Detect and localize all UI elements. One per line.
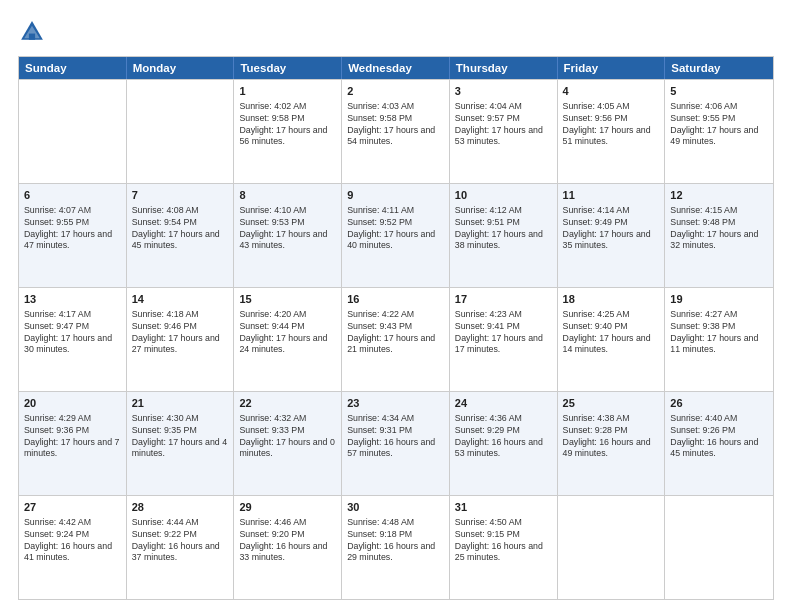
logo-icon xyxy=(18,18,46,46)
day-info: Sunrise: 4:23 AM Sunset: 9:41 PM Dayligh… xyxy=(455,309,543,355)
day-info: Sunrise: 4:27 AM Sunset: 9:38 PM Dayligh… xyxy=(670,309,758,355)
day-number: 27 xyxy=(24,500,121,515)
calendar-row: 27Sunrise: 4:42 AM Sunset: 9:24 PM Dayli… xyxy=(19,495,773,599)
calendar-day-cell: 17Sunrise: 4:23 AM Sunset: 9:41 PM Dayli… xyxy=(450,288,558,391)
calendar-day-cell: 30Sunrise: 4:48 AM Sunset: 9:18 PM Dayli… xyxy=(342,496,450,599)
calendar-day-cell: 16Sunrise: 4:22 AM Sunset: 9:43 PM Dayli… xyxy=(342,288,450,391)
calendar-day-cell: 14Sunrise: 4:18 AM Sunset: 9:46 PM Dayli… xyxy=(127,288,235,391)
day-number: 28 xyxy=(132,500,229,515)
day-info: Sunrise: 4:22 AM Sunset: 9:43 PM Dayligh… xyxy=(347,309,435,355)
calendar-day-cell: 15Sunrise: 4:20 AM Sunset: 9:44 PM Dayli… xyxy=(234,288,342,391)
day-info: Sunrise: 4:46 AM Sunset: 9:20 PM Dayligh… xyxy=(239,517,327,563)
calendar-day-cell: 3Sunrise: 4:04 AM Sunset: 9:57 PM Daylig… xyxy=(450,80,558,183)
calendar-row: 13Sunrise: 4:17 AM Sunset: 9:47 PM Dayli… xyxy=(19,287,773,391)
calendar-header: SundayMondayTuesdayWednesdayThursdayFrid… xyxy=(19,57,773,79)
day-number: 13 xyxy=(24,292,121,307)
day-info: Sunrise: 4:36 AM Sunset: 9:29 PM Dayligh… xyxy=(455,413,543,459)
day-number: 30 xyxy=(347,500,444,515)
weekday-header: Sunday xyxy=(19,57,127,79)
calendar-page: SundayMondayTuesdayWednesdayThursdayFrid… xyxy=(0,0,792,612)
calendar-day-cell: 28Sunrise: 4:44 AM Sunset: 9:22 PM Dayli… xyxy=(127,496,235,599)
calendar-day-cell: 4Sunrise: 4:05 AM Sunset: 9:56 PM Daylig… xyxy=(558,80,666,183)
weekday-header: Friday xyxy=(558,57,666,79)
day-number: 15 xyxy=(239,292,336,307)
calendar-day-cell: 13Sunrise: 4:17 AM Sunset: 9:47 PM Dayli… xyxy=(19,288,127,391)
day-info: Sunrise: 4:17 AM Sunset: 9:47 PM Dayligh… xyxy=(24,309,112,355)
day-info: Sunrise: 4:44 AM Sunset: 9:22 PM Dayligh… xyxy=(132,517,220,563)
weekday-header: Tuesday xyxy=(234,57,342,79)
day-number: 26 xyxy=(670,396,768,411)
day-number: 18 xyxy=(563,292,660,307)
day-info: Sunrise: 4:50 AM Sunset: 9:15 PM Dayligh… xyxy=(455,517,543,563)
day-info: Sunrise: 4:15 AM Sunset: 9:48 PM Dayligh… xyxy=(670,205,758,251)
calendar-day-cell: 7Sunrise: 4:08 AM Sunset: 9:54 PM Daylig… xyxy=(127,184,235,287)
day-info: Sunrise: 4:12 AM Sunset: 9:51 PM Dayligh… xyxy=(455,205,543,251)
calendar-day-cell: 20Sunrise: 4:29 AM Sunset: 9:36 PM Dayli… xyxy=(19,392,127,495)
day-number: 14 xyxy=(132,292,229,307)
svg-rect-2 xyxy=(29,34,35,40)
day-number: 20 xyxy=(24,396,121,411)
weekday-header: Monday xyxy=(127,57,235,79)
calendar-day-cell: 26Sunrise: 4:40 AM Sunset: 9:26 PM Dayli… xyxy=(665,392,773,495)
day-number: 22 xyxy=(239,396,336,411)
calendar-day-cell: 31Sunrise: 4:50 AM Sunset: 9:15 PM Dayli… xyxy=(450,496,558,599)
day-info: Sunrise: 4:20 AM Sunset: 9:44 PM Dayligh… xyxy=(239,309,327,355)
day-number: 19 xyxy=(670,292,768,307)
day-info: Sunrise: 4:42 AM Sunset: 9:24 PM Dayligh… xyxy=(24,517,112,563)
calendar-day-cell: 29Sunrise: 4:46 AM Sunset: 9:20 PM Dayli… xyxy=(234,496,342,599)
calendar-body: 1Sunrise: 4:02 AM Sunset: 9:58 PM Daylig… xyxy=(19,79,773,599)
calendar-day-cell: 23Sunrise: 4:34 AM Sunset: 9:31 PM Dayli… xyxy=(342,392,450,495)
calendar-day-cell: 19Sunrise: 4:27 AM Sunset: 9:38 PM Dayli… xyxy=(665,288,773,391)
calendar-day-cell: 9Sunrise: 4:11 AM Sunset: 9:52 PM Daylig… xyxy=(342,184,450,287)
day-info: Sunrise: 4:30 AM Sunset: 9:35 PM Dayligh… xyxy=(132,413,227,459)
calendar-day-cell: 6Sunrise: 4:07 AM Sunset: 9:55 PM Daylig… xyxy=(19,184,127,287)
day-info: Sunrise: 4:40 AM Sunset: 9:26 PM Dayligh… xyxy=(670,413,758,459)
day-number: 23 xyxy=(347,396,444,411)
day-number: 24 xyxy=(455,396,552,411)
weekday-header: Wednesday xyxy=(342,57,450,79)
day-info: Sunrise: 4:14 AM Sunset: 9:49 PM Dayligh… xyxy=(563,205,651,251)
day-info: Sunrise: 4:29 AM Sunset: 9:36 PM Dayligh… xyxy=(24,413,119,459)
logo xyxy=(18,18,50,46)
calendar-day-cell: 18Sunrise: 4:25 AM Sunset: 9:40 PM Dayli… xyxy=(558,288,666,391)
day-info: Sunrise: 4:10 AM Sunset: 9:53 PM Dayligh… xyxy=(239,205,327,251)
empty-cell xyxy=(19,80,127,183)
day-info: Sunrise: 4:05 AM Sunset: 9:56 PM Dayligh… xyxy=(563,101,651,147)
day-info: Sunrise: 4:07 AM Sunset: 9:55 PM Dayligh… xyxy=(24,205,112,251)
calendar: SundayMondayTuesdayWednesdayThursdayFrid… xyxy=(18,56,774,600)
calendar-day-cell: 22Sunrise: 4:32 AM Sunset: 9:33 PM Dayli… xyxy=(234,392,342,495)
calendar-day-cell: 24Sunrise: 4:36 AM Sunset: 9:29 PM Dayli… xyxy=(450,392,558,495)
page-header xyxy=(18,18,774,46)
day-number: 8 xyxy=(239,188,336,203)
day-info: Sunrise: 4:08 AM Sunset: 9:54 PM Dayligh… xyxy=(132,205,220,251)
day-info: Sunrise: 4:34 AM Sunset: 9:31 PM Dayligh… xyxy=(347,413,435,459)
calendar-day-cell: 21Sunrise: 4:30 AM Sunset: 9:35 PM Dayli… xyxy=(127,392,235,495)
day-number: 12 xyxy=(670,188,768,203)
day-number: 21 xyxy=(132,396,229,411)
weekday-header: Saturday xyxy=(665,57,773,79)
day-number: 31 xyxy=(455,500,552,515)
calendar-day-cell: 25Sunrise: 4:38 AM Sunset: 9:28 PM Dayli… xyxy=(558,392,666,495)
calendar-row: 6Sunrise: 4:07 AM Sunset: 9:55 PM Daylig… xyxy=(19,183,773,287)
weekday-header: Thursday xyxy=(450,57,558,79)
calendar-day-cell: 10Sunrise: 4:12 AM Sunset: 9:51 PM Dayli… xyxy=(450,184,558,287)
day-info: Sunrise: 4:48 AM Sunset: 9:18 PM Dayligh… xyxy=(347,517,435,563)
day-number: 11 xyxy=(563,188,660,203)
calendar-day-cell: 1Sunrise: 4:02 AM Sunset: 9:58 PM Daylig… xyxy=(234,80,342,183)
calendar-day-cell: 27Sunrise: 4:42 AM Sunset: 9:24 PM Dayli… xyxy=(19,496,127,599)
day-number: 5 xyxy=(670,84,768,99)
day-number: 6 xyxy=(24,188,121,203)
calendar-day-cell: 5Sunrise: 4:06 AM Sunset: 9:55 PM Daylig… xyxy=(665,80,773,183)
day-number: 16 xyxy=(347,292,444,307)
empty-cell xyxy=(665,496,773,599)
day-number: 25 xyxy=(563,396,660,411)
day-number: 10 xyxy=(455,188,552,203)
calendar-day-cell: 2Sunrise: 4:03 AM Sunset: 9:58 PM Daylig… xyxy=(342,80,450,183)
day-info: Sunrise: 4:25 AM Sunset: 9:40 PM Dayligh… xyxy=(563,309,651,355)
day-number: 29 xyxy=(239,500,336,515)
calendar-day-cell: 12Sunrise: 4:15 AM Sunset: 9:48 PM Dayli… xyxy=(665,184,773,287)
day-info: Sunrise: 4:38 AM Sunset: 9:28 PM Dayligh… xyxy=(563,413,651,459)
calendar-row: 20Sunrise: 4:29 AM Sunset: 9:36 PM Dayli… xyxy=(19,391,773,495)
day-number: 7 xyxy=(132,188,229,203)
day-info: Sunrise: 4:11 AM Sunset: 9:52 PM Dayligh… xyxy=(347,205,435,251)
